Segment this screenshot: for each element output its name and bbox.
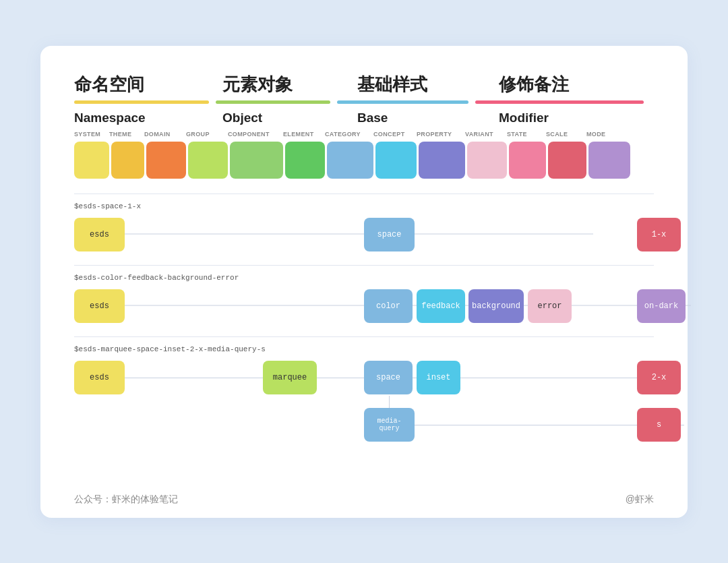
connector-1 xyxy=(125,234,593,235)
chip-esds-1: esds xyxy=(74,218,125,251)
divider-3 xyxy=(74,336,654,337)
chip-esds-2: esds xyxy=(74,289,125,323)
chip-color-2: color xyxy=(364,289,413,323)
chip-esds-3: esds xyxy=(74,361,125,394)
chip-space-3: space xyxy=(364,361,413,394)
sublabel-state: STATE xyxy=(507,131,546,138)
header-base: 基础样式 xyxy=(357,73,499,96)
divider-2 xyxy=(74,265,654,266)
label-object: Object xyxy=(222,111,357,125)
swatch-state xyxy=(509,142,546,179)
sublabel-system: SYSTEM xyxy=(74,131,109,138)
sublabel-element: ELEMENT xyxy=(283,131,325,138)
swatch-component xyxy=(230,142,283,179)
token-row-2: esds color feedback background error on-… xyxy=(74,287,654,324)
bar-base xyxy=(337,100,468,104)
footer: 公众号：虾米的体验笔记 @虾米 xyxy=(74,494,654,506)
swatch-theme xyxy=(111,142,144,179)
main-card: 命名空间 元素对象 基础样式 修饰备注 Namespace Object Bas… xyxy=(40,46,688,518)
chip-space-1: space xyxy=(364,218,415,251)
token-label-2: $esds-color-feedback-background-error xyxy=(74,274,654,282)
sublabel-domain: DOMAIN xyxy=(144,131,186,138)
sublabel-concept: CONCEPT xyxy=(373,131,417,138)
header-modifier: 修饰备注 xyxy=(499,73,634,96)
label-modifier: Modifier xyxy=(499,111,634,125)
header-row: 命名空间 元素对象 基础样式 修饰备注 xyxy=(74,73,654,96)
token-row-1: esds space 1-x xyxy=(74,216,654,253)
chip-marquee-3: marquee xyxy=(263,361,317,394)
swatch-category xyxy=(327,142,373,179)
chip-1x-1: 1-x xyxy=(637,218,681,251)
token-section-3: $esds-marquee-space-inset-2-x-media-quer… xyxy=(74,345,654,446)
swatch-domain xyxy=(146,142,186,179)
sublabel-component: COMPONENT xyxy=(228,131,283,138)
footer-right: @虾米 xyxy=(626,494,654,506)
token-label-1: $esds-space-1-x xyxy=(74,202,654,210)
swatch-system xyxy=(74,142,109,179)
swatch-scale xyxy=(548,142,586,179)
token-section-1: $esds-space-1-x esds space 1-x xyxy=(74,202,654,253)
bar-namespace xyxy=(74,100,209,104)
bar-modifier xyxy=(475,100,644,104)
header-namespace: 命名空间 xyxy=(74,73,222,96)
divider-1 xyxy=(74,194,654,194)
chip-mediaquery-3: media-query xyxy=(364,408,415,442)
chip-error-2: error xyxy=(528,289,572,323)
bar-object xyxy=(216,100,330,104)
sublabel-category: CATEGORY xyxy=(325,131,373,138)
sublabel-property: PROPERTY xyxy=(417,131,465,138)
sublabel-theme: THEME xyxy=(109,131,144,138)
chip-2x-3: 2-x xyxy=(637,361,681,394)
swatch-mode xyxy=(588,142,630,179)
sublabels-row: SYSTEM THEME DOMAIN GROUP COMPONENT ELEM… xyxy=(74,131,654,138)
sublabel-variant: VARIANT xyxy=(465,131,507,138)
swatch-element xyxy=(285,142,325,179)
chip-ondark-2: on-dark xyxy=(637,289,686,323)
label-base: Base xyxy=(357,111,499,125)
sublabel-scale: SCALE xyxy=(546,131,586,138)
sublabel-group: GROUP xyxy=(186,131,228,138)
swatch-property xyxy=(419,142,465,179)
section-labels: Namespace Object Base Modifier xyxy=(74,111,654,125)
chip-inset-3: inset xyxy=(417,361,460,394)
sublabel-mode: MODE xyxy=(586,131,624,138)
token-row-3: esds marquee space inset 2-x media-query… xyxy=(74,359,654,446)
header-object: 元素对象 xyxy=(222,73,357,96)
swatch-row xyxy=(74,142,654,179)
chip-background-2: background xyxy=(468,289,524,323)
token-section-2: $esds-color-feedback-background-error es… xyxy=(74,274,654,324)
footer-left: 公众号：虾米的体验笔记 xyxy=(74,494,178,506)
token-label-3: $esds-marquee-space-inset-2-x-media-quer… xyxy=(74,345,654,353)
chip-feedback-2: feedback xyxy=(417,289,465,323)
swatch-variant xyxy=(467,142,507,179)
swatch-concept xyxy=(375,142,417,179)
chip-s-3: s xyxy=(637,408,681,442)
color-bars xyxy=(74,100,654,104)
label-namespace: Namespace xyxy=(74,111,222,125)
swatch-group xyxy=(188,142,228,179)
